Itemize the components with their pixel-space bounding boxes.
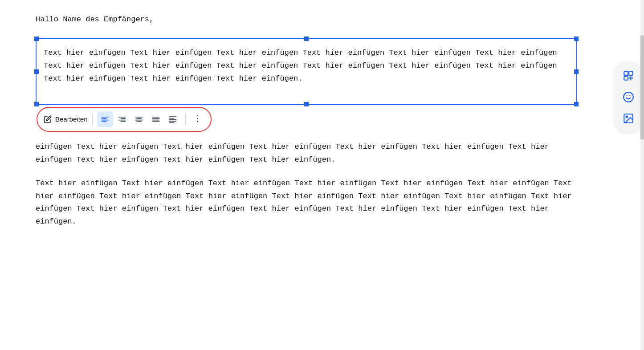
edit-button[interactable]: Bearbeiten xyxy=(44,114,88,125)
scrollbar-track[interactable] xyxy=(640,0,644,350)
svg-rect-21 xyxy=(624,71,628,75)
align-left-button[interactable] xyxy=(97,111,113,127)
toolbar-divider-1 xyxy=(92,113,93,126)
content-area: Hallo Name des Empfängers, Text hier ein… xyxy=(0,0,613,350)
continuation-text: einfügen Text hier einfügen Text hier ei… xyxy=(36,141,577,167)
resize-handle-middle-right[interactable] xyxy=(574,69,579,74)
block-toolbar: Bearbeiten xyxy=(37,107,212,132)
second-paragraph: Text hier einfügen Text hier einfügen Te… xyxy=(36,177,577,229)
align-left-icon xyxy=(101,115,110,124)
more-options-button[interactable]: ⋮ xyxy=(190,112,204,126)
alignment-buttons xyxy=(97,111,181,127)
svg-rect-23 xyxy=(624,76,628,80)
svg-rect-22 xyxy=(629,71,633,75)
align-center-button[interactable] xyxy=(131,111,147,127)
resize-handle-middle-left[interactable] xyxy=(34,69,39,74)
toolbar-divider-2 xyxy=(185,113,186,126)
svg-point-26 xyxy=(624,92,633,102)
resize-handle-top-left[interactable] xyxy=(34,37,39,41)
image-icon xyxy=(623,113,634,124)
add-block-icon xyxy=(623,70,634,81)
scrollbar-thumb[interactable] xyxy=(640,35,644,140)
align-right-icon xyxy=(118,115,126,124)
pencil-icon xyxy=(44,115,52,123)
image-button[interactable] xyxy=(619,109,638,128)
edit-label: Bearbeiten xyxy=(55,114,88,125)
sidebar-pill xyxy=(615,62,642,132)
resize-handle-bottom-right[interactable] xyxy=(574,102,579,106)
align-distribute-icon xyxy=(168,115,177,124)
align-justify-icon xyxy=(151,115,160,124)
greeting-text: Hallo Name des Empfängers, xyxy=(36,13,577,25)
align-justify-button[interactable] xyxy=(148,111,164,127)
selected-text-content: Text hier einfügen Text hier einfügen Te… xyxy=(44,47,569,85)
align-right-button[interactable] xyxy=(114,111,130,127)
emoji-button[interactable] xyxy=(619,87,638,107)
align-distribute-button[interactable] xyxy=(165,111,181,127)
resize-handle-bottom-left[interactable] xyxy=(34,102,39,106)
resize-handle-top-center[interactable] xyxy=(304,37,309,41)
selected-text-block[interactable]: Text hier einfügen Text hier einfügen Te… xyxy=(36,38,577,105)
right-sidebar xyxy=(613,0,644,350)
resize-handle-top-right[interactable] xyxy=(574,37,579,41)
add-block-button[interactable] xyxy=(619,66,638,85)
emoji-icon xyxy=(623,91,634,103)
resize-handle-bottom-center[interactable] xyxy=(304,102,309,106)
align-center-icon xyxy=(135,115,143,124)
svg-point-30 xyxy=(626,116,628,118)
